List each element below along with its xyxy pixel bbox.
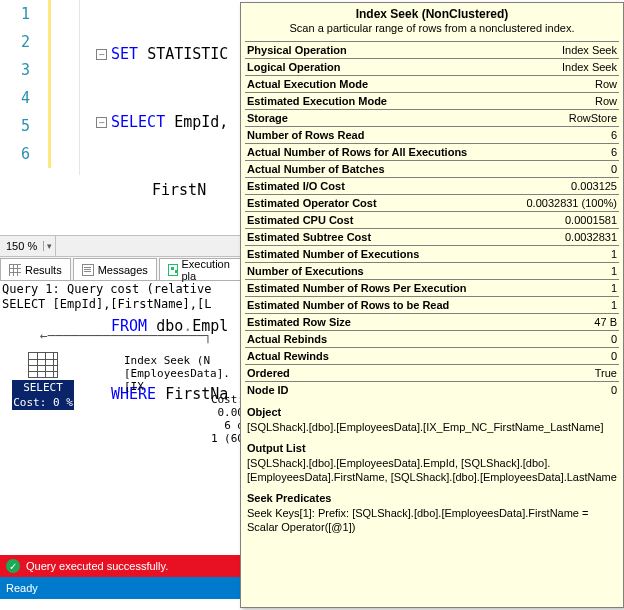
property-key: Estimated Execution Mode <box>247 94 387 108</box>
plan-node-cost: Cost: 0 % <box>12 395 74 410</box>
query-cost-line: Query 1: Query cost (relative <box>2 282 242 297</box>
zoom-value: 150 % <box>0 240 43 252</box>
fold-icon[interactable]: − <box>96 117 107 128</box>
property-key: Physical Operation <box>247 43 347 57</box>
query-header: Query 1: Query cost (relative SELECT [Em… <box>2 282 242 312</box>
property-key: Estimated Number of Executions <box>247 247 419 261</box>
property-row: Estimated Number of Executions1 <box>245 245 619 262</box>
property-key: Estimated Row Size <box>247 315 351 329</box>
property-row: Estimated Row Size47 B <box>245 313 619 330</box>
property-row: Node ID0 <box>245 381 619 398</box>
property-value: 0.0001581 <box>565 213 617 227</box>
property-key: Number of Rows Read <box>247 128 364 142</box>
object-value: [SQLShack].[dbo].[EmployeesData].[IX_Emp… <box>247 419 617 434</box>
ready-text: Ready <box>6 582 38 594</box>
plan-node-label: SELECT <box>12 380 74 395</box>
chevron-down-icon[interactable]: ▾ <box>43 241 55 251</box>
property-value: 1 <box>611 247 617 261</box>
property-key: Estimated Operator Cost <box>247 196 377 210</box>
property-row: Number of Rows Read6 <box>245 126 619 143</box>
tooltip-properties: Physical OperationIndex SeekLogical Oper… <box>241 41 623 402</box>
property-key: Node ID <box>247 383 289 397</box>
property-value: 1 <box>611 264 617 278</box>
property-value: 0 <box>611 383 617 397</box>
property-value: Index Seek <box>562 60 617 74</box>
property-row: Estimated Number of Rows Per Execution1 <box>245 279 619 296</box>
object-heading: Object <box>247 405 617 419</box>
property-value: 6 <box>611 128 617 142</box>
status-text: Query executed successfully. <box>26 560 168 572</box>
property-key: Estimated CPU Cost <box>247 213 353 227</box>
property-value: 0 <box>611 162 617 176</box>
messages-icon <box>82 264 94 276</box>
property-row: Actual Number of Rows for All Executions… <box>245 143 619 160</box>
property-row: Actual Rebinds0 <box>245 330 619 347</box>
property-value: Row <box>595 77 617 91</box>
query-sql-line: SELECT [EmpId],[FirstName],[L <box>2 297 242 312</box>
property-row: OrderedTrue <box>245 364 619 381</box>
property-key: Actual Execution Mode <box>247 77 368 91</box>
property-key: Estimated Number of Rows Per Execution <box>247 281 466 295</box>
property-row: Physical OperationIndex Seek <box>245 41 619 58</box>
plan-arrow: ←────────────────────┐ <box>40 328 240 342</box>
property-row: Actual Rewinds0 <box>245 347 619 364</box>
seek-pct-val: 1 (60 <box>124 432 244 445</box>
execution-plan-canvas[interactable]: ←────────────────────┐ SELECT Cost: 0 % … <box>0 318 240 558</box>
plan-node-seek[interactable]: Index Seek (N [EmployeesData].[IX Cost: … <box>124 354 244 445</box>
property-row: Estimated Execution ModeRow <box>245 92 619 109</box>
plan-node-select[interactable]: SELECT Cost: 0 % <box>12 352 74 410</box>
property-value: 0 <box>611 332 617 346</box>
property-value: 6 <box>611 145 617 159</box>
property-value: RowStore <box>569 111 617 125</box>
property-row: Actual Number of Batches0 <box>245 160 619 177</box>
property-value: 0.003125 <box>571 179 617 193</box>
fold-icon[interactable]: − <box>96 49 107 60</box>
tab-label: Messages <box>98 264 148 276</box>
property-key: Ordered <box>247 366 290 380</box>
property-key: Estimated I/O Cost <box>247 179 345 193</box>
zoom-selector[interactable]: 150 % ▾ <box>0 235 240 257</box>
property-row: Logical OperationIndex Seek <box>245 58 619 75</box>
seek-cost-val: 0.00 <box>124 406 244 419</box>
property-row: Estimated Operator Cost0.0032831 (100%) <box>245 194 619 211</box>
tooltip-subtitle: Scan a particular range of rows from a n… <box>249 21 615 35</box>
tooltip-title: Index Seek (NonClustered) <box>249 7 615 21</box>
property-value: 0 <box>611 349 617 363</box>
tab-execution-plan[interactable]: Execution pla <box>159 258 241 280</box>
property-key: Estimated Number of Rows to be Read <box>247 298 449 312</box>
operator-tooltip: Index Seek (NonClustered) Scan a particu… <box>240 2 624 608</box>
property-value: 1 <box>611 281 617 295</box>
property-row: Actual Execution ModeRow <box>245 75 619 92</box>
property-key: Number of Executions <box>247 264 364 278</box>
seek-cost-label: Cost: <box>124 393 244 406</box>
results-tabs: Results Messages Execution pla <box>0 257 240 281</box>
property-value: Row <box>595 94 617 108</box>
tab-results[interactable]: Results <box>0 258 71 280</box>
property-key: Actual Rewinds <box>247 349 329 363</box>
seek-predicates-value: Seek Keys[1]: Prefix: [SQLShack].[dbo].[… <box>247 505 617 534</box>
property-row: Estimated Number of Rows to be Read1 <box>245 296 619 313</box>
property-row: Estimated Subtree Cost0.0032831 <box>245 228 619 245</box>
property-value: True <box>595 366 617 380</box>
seek-line: [EmployeesData].[IX <box>124 367 244 393</box>
output-heading: Output List <box>247 441 617 455</box>
tab-messages[interactable]: Messages <box>73 258 157 280</box>
property-key: Actual Number of Rows for All Executions <box>247 145 467 159</box>
property-key: Logical Operation <box>247 60 341 74</box>
property-value: Index Seek <box>562 43 617 57</box>
property-value: 47 B <box>594 315 617 329</box>
plan-icon <box>168 264 178 276</box>
check-icon: ✓ <box>6 559 20 573</box>
tab-label: Execution pla <box>182 258 233 282</box>
property-key: Estimated Subtree Cost <box>247 230 371 244</box>
line-gutter: 1 2 3 4 5 6 <box>0 0 80 175</box>
seek-predicates-heading: Seek Predicates <box>247 491 617 505</box>
grid-icon <box>9 264 21 276</box>
tab-label: Results <box>25 264 62 276</box>
property-row: Estimated CPU Cost0.0001581 <box>245 211 619 228</box>
table-icon <box>28 352 58 378</box>
property-value: 0.0032831 <box>565 230 617 244</box>
property-row: StorageRowStore <box>245 109 619 126</box>
property-key: Storage <box>247 111 288 125</box>
property-key: Actual Rebinds <box>247 332 327 346</box>
